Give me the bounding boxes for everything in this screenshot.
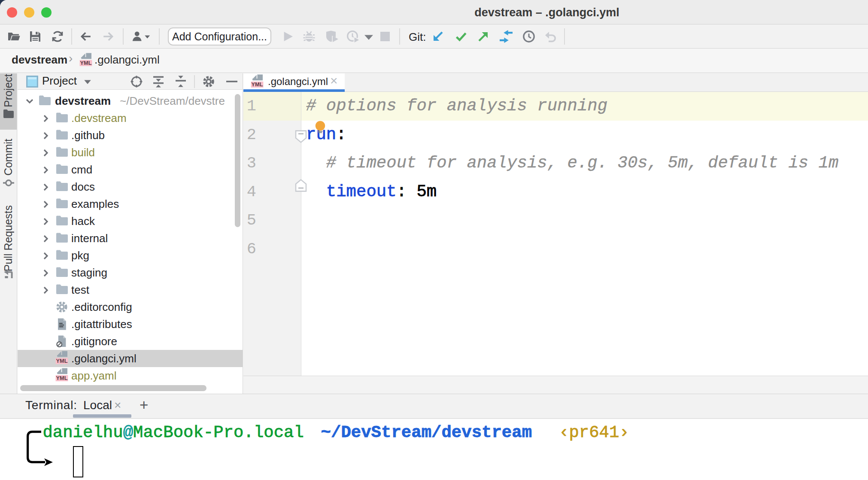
svg-text:YML: YML	[56, 375, 67, 381]
svg-text:YML: YML	[56, 358, 67, 364]
svg-text:YML: YML	[251, 81, 263, 88]
svg-text:YML: YML	[80, 60, 91, 66]
